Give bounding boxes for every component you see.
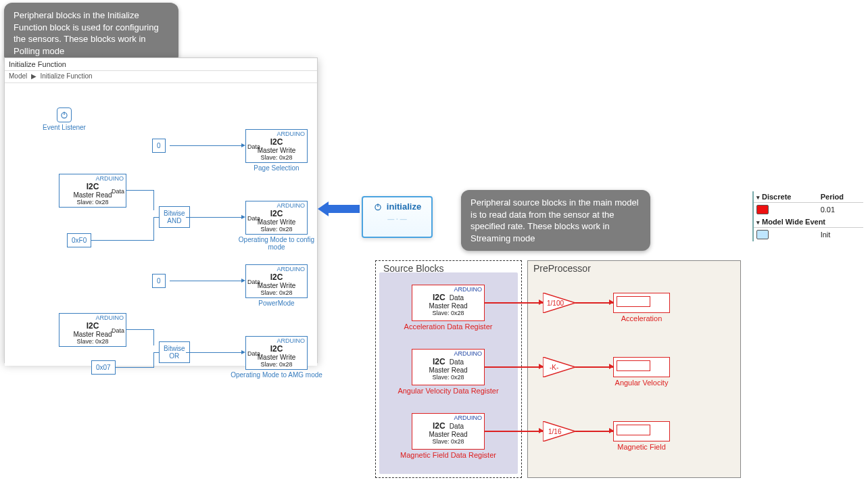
signal-line [153, 190, 154, 210]
i2c-master-write-block[interactable]: ARDUINO I2C Master Write Slave: 0x28 Dat… [245, 264, 308, 298]
diagram-canvas[interactable]: Event Listener 0 ARDUINO I2C Master Writ… [5, 83, 317, 366]
i2c-master-write-block[interactable]: ARDUINO I2C Master Write Slave: 0x28 Dat… [245, 201, 308, 235]
block-caption: Acceleration [613, 314, 670, 322]
block-slave: Slave: 0x28 [246, 226, 307, 233]
chevron-down-icon[interactable]: ▾ [756, 194, 762, 201]
gain-block[interactable]: 1/100 [543, 293, 575, 313]
port-label: Data [112, 327, 124, 334]
port-label: Data [247, 215, 260, 222]
display-block[interactable] [613, 421, 670, 441]
breadcrumb-item[interactable]: Model [9, 72, 27, 80]
port-label: Data [450, 294, 464, 302]
block-header: ARDUINO [59, 314, 126, 321]
initialize-subsystem-block[interactable]: initialize — · — [362, 196, 433, 238]
main-model-canvas[interactable]: Source Blocks PreProcessor ARDUINO I2C D… [375, 258, 744, 482]
block-header: ARDUINO [59, 174, 126, 182]
display-block[interactable] [613, 357, 670, 377]
block-slave: Slave: 0x28 [412, 374, 484, 381]
block-slave: Slave: 0x28 [246, 361, 307, 368]
block-slave: Slave: 0x28 [59, 338, 126, 345]
legend-header-event: Model Wide Event [762, 218, 825, 226]
block-header: ARDUINO [412, 285, 484, 293]
port-label: Data [247, 279, 260, 285]
breadcrumb[interactable]: Model ▶ Initialize Function [5, 71, 317, 83]
block-slave: Slave: 0x28 [246, 154, 307, 161]
i2c-master-read-block[interactable]: ARDUINO I2C Data Master Read Slave: 0x28 [412, 285, 485, 321]
block-subtitle: Master Read [412, 366, 484, 374]
i2c-master-write-block[interactable]: ARDUINO I2C Master Write Slave: 0x28 Dat… [245, 129, 308, 163]
signal-line [126, 190, 153, 191]
block-slave: Slave: 0x28 [246, 289, 307, 296]
block-slave: Slave: 0x28 [59, 199, 126, 206]
block-slave: Slave: 0x28 [412, 310, 484, 316]
signal-line [575, 431, 613, 432]
port-label: Data [247, 350, 260, 357]
signal-line [186, 217, 243, 218]
arrow-icon [609, 364, 614, 369]
signal-line [91, 240, 153, 241]
signal-line [170, 281, 243, 281]
initialize-label: initialize [387, 201, 421, 212]
initialize-subtext: — · — [363, 212, 431, 223]
constant-block[interactable]: 0 [152, 139, 166, 153]
arrow-icon [539, 428, 544, 433]
block-header: ARDUINO [246, 130, 307, 137]
block-header: ARDUINO [412, 350, 484, 357]
power-icon [373, 202, 383, 212]
block-slave: Slave: 0x28 [412, 438, 484, 445]
i2c-master-read-block[interactable]: ARDUINO I2C Master Read Slave: 0x28 Data [59, 174, 126, 208]
legend-header-period: Period [818, 191, 863, 203]
block-caption: Operating Mode to AMG mode [229, 371, 324, 379]
gain-block[interactable]: 1/16 [543, 421, 575, 441]
i2c-master-read-block[interactable]: ARDUINO I2C Data Master Read Slave: 0x28 [412, 349, 485, 385]
arrow-icon [609, 300, 614, 305]
i2c-master-read-block[interactable]: ARDUINO I2C Data Master Read Slave: 0x28 [412, 413, 485, 450]
constant-block[interactable]: 0xF0 [67, 233, 91, 247]
signal-line [153, 329, 154, 345]
i2c-master-read-block[interactable]: ARDUINO I2C Master Read Slave: 0x28 Data [59, 313, 126, 347]
display-block[interactable] [613, 293, 670, 313]
block-title: I2C [433, 421, 445, 431]
block-caption: Page Selection [245, 164, 308, 172]
signal-line [575, 366, 613, 368]
constant-block[interactable]: 0 [152, 274, 166, 288]
block-caption: Angular Velocity [606, 379, 677, 387]
breadcrumb-item[interactable]: Initialize Function [40, 72, 92, 80]
signal-line [575, 302, 613, 304]
i2c-master-write-block[interactable]: ARDUINO I2C Master Write Slave: 0x28 Dat… [245, 336, 308, 370]
sample-time-legend: ▾Discrete Period 0.01 ▾Model Wide Event … [752, 191, 863, 241]
event-listener-block[interactable]: Event Listener [43, 107, 86, 131]
signal-line [485, 302, 543, 304]
block-subtitle: Master Read [412, 431, 484, 438]
chevron-down-icon[interactable]: ▾ [756, 219, 762, 226]
bitwise-and-block[interactable]: Bitwise AND [159, 206, 190, 228]
port-label: Data [112, 188, 124, 195]
legend-event-value: Init [818, 228, 863, 242]
callout-source-blocks: Peripheral source blocks in the main mod… [461, 190, 650, 251]
block-header: ARDUINO [246, 337, 307, 344]
signal-line [153, 352, 154, 368]
signal-line [153, 217, 154, 241]
signal-line [153, 352, 159, 353]
port-label: Data [247, 143, 260, 150]
block-caption: Magnetic Field Data Register [390, 451, 506, 459]
signal-line [126, 329, 153, 330]
event-listener-label: Event Listener [43, 124, 86, 131]
bitwise-or-block[interactable]: Bitwise OR [159, 341, 190, 363]
legend-period-value: 0.01 [818, 203, 863, 217]
arrow-icon [539, 364, 544, 369]
block-caption: Magnetic Field [610, 443, 673, 451]
signal-line [485, 366, 543, 368]
block-header: ARDUINO [246, 201, 307, 209]
signal-line [485, 431, 543, 432]
callout-tail-icon [514, 241, 527, 251]
constant-block[interactable]: 0x07 [91, 360, 116, 375]
gain-block[interactable]: -K- [543, 357, 575, 377]
color-swatch-blue [756, 230, 769, 239]
block-title: I2C [433, 293, 445, 302]
block-title: I2C [433, 357, 445, 366]
svg-marker-6 [543, 357, 575, 377]
color-swatch-red [756, 205, 769, 214]
initialize-function-window: Initialize Function Model ▶ Initialize F… [4, 57, 318, 363]
legend-header-discrete: Discrete [762, 193, 791, 201]
